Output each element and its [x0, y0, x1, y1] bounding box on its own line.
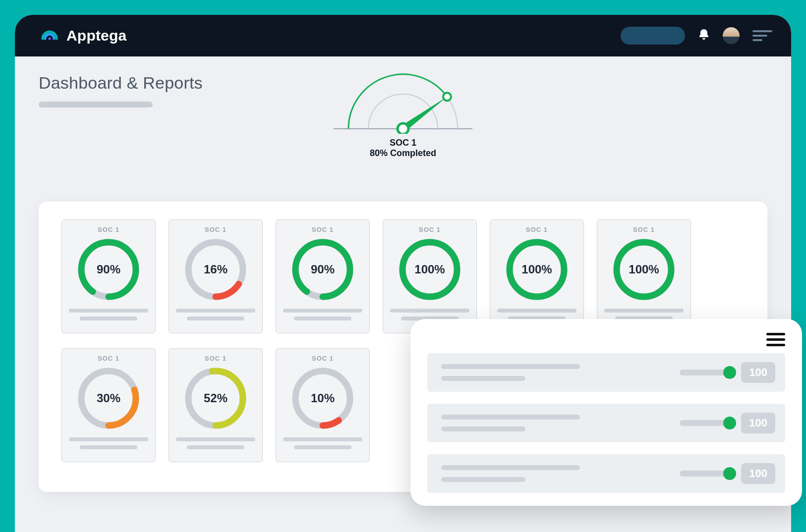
card-percent: 90% — [76, 237, 141, 302]
donut-chart: 90% — [76, 237, 141, 302]
card-label: SOC 1 — [205, 355, 227, 362]
brand: Apptega — [40, 25, 126, 47]
compliance-card[interactable]: SOC 1100% — [383, 219, 477, 333]
donut-chart: 30% — [76, 366, 141, 430]
card-percent: 90% — [290, 237, 355, 302]
card-text-skeleton — [69, 437, 148, 449]
donut-chart: 90% — [290, 237, 355, 302]
gauge-title: SOC 1 — [324, 138, 482, 148]
compliance-card[interactable]: SOC 1100% — [490, 219, 584, 333]
score-slider[interactable] — [680, 370, 734, 375]
compliance-card[interactable]: SOC 152% — [169, 348, 263, 462]
score-chip: 100 — [741, 362, 775, 383]
donut-chart: 52% — [183, 366, 248, 430]
card-text-skeleton — [283, 437, 362, 449]
topbar: Apptega — [15, 15, 791, 56]
donut-chart: 100% — [612, 237, 676, 302]
card-text-skeleton — [176, 309, 255, 320]
compliance-card[interactable]: SOC 130% — [61, 348, 156, 462]
card-percent: 16% — [183, 237, 248, 302]
donut-chart: 100% — [398, 237, 462, 302]
compliance-card[interactable]: SOC 110% — [276, 348, 370, 462]
compliance-card[interactable]: SOC 116% — [169, 219, 263, 333]
svg-point-0 — [48, 37, 51, 40]
card-label: SOC 1 — [526, 226, 548, 233]
topbar-actions — [621, 27, 772, 45]
bell-icon[interactable] — [698, 28, 710, 43]
overlay-row: 100 — [427, 404, 785, 442]
avatar[interactable] — [723, 27, 740, 44]
score-slider[interactable] — [680, 420, 734, 426]
subtitle-skeleton — [39, 102, 153, 107]
donut-chart: 16% — [183, 237, 248, 302]
card-label: SOC 1 — [205, 226, 227, 233]
donut-chart: 100% — [505, 237, 569, 302]
score-chip: 100 — [741, 413, 775, 433]
menu-icon[interactable] — [752, 30, 772, 41]
card-label: SOC 1 — [312, 355, 334, 362]
brand-name: Apptega — [66, 27, 126, 44]
card-percent: 52% — [183, 366, 248, 430]
card-text-skeleton — [283, 309, 362, 320]
brand-logo-icon — [40, 25, 59, 47]
card-text-skeleton — [176, 437, 255, 449]
svg-point-3 — [398, 123, 408, 134]
score-chip: 100 — [741, 463, 775, 484]
compliance-card[interactable]: SOC 190% — [276, 219, 370, 333]
overlay-row: 100 — [427, 353, 785, 392]
card-percent: 100% — [398, 237, 462, 302]
score-slider[interactable] — [680, 471, 734, 477]
gauge-subtitle: 80% Completed — [324, 148, 482, 159]
overlay-row: 100 — [427, 454, 785, 493]
card-label: SOC 1 — [633, 226, 655, 233]
donut-chart: 10% — [290, 366, 355, 430]
main-gauge: SOC 1 80% Completed — [324, 59, 482, 159]
card-label: SOC 1 — [312, 226, 334, 233]
card-text-skeleton — [69, 309, 148, 320]
card-label: SOC 1 — [419, 226, 441, 233]
card-label: SOC 1 — [98, 355, 119, 362]
overlay-text-skeleton — [441, 415, 580, 431]
svg-point-4 — [443, 93, 451, 101]
overlay-text-skeleton — [441, 465, 580, 482]
content: Dashboard & Reports SOC 1 80% Completed … — [15, 56, 791, 492]
card-percent: 30% — [76, 366, 141, 430]
card-percent: 10% — [290, 366, 355, 430]
overlay-panel: 100100100 — [410, 319, 802, 506]
card-percent: 100% — [505, 237, 569, 302]
gauge-icon — [324, 59, 482, 134]
hamburger-icon[interactable] — [766, 333, 785, 346]
search-pill[interactable] — [621, 27, 685, 45]
app-window: Apptega Dashboard & Reports — [15, 15, 791, 532]
card-label: SOC 1 — [98, 226, 119, 233]
compliance-card[interactable]: SOC 1100% — [597, 219, 691, 333]
compliance-card[interactable]: SOC 190% — [61, 219, 156, 333]
card-percent: 100% — [612, 237, 676, 302]
overlay-text-skeleton — [441, 364, 580, 381]
